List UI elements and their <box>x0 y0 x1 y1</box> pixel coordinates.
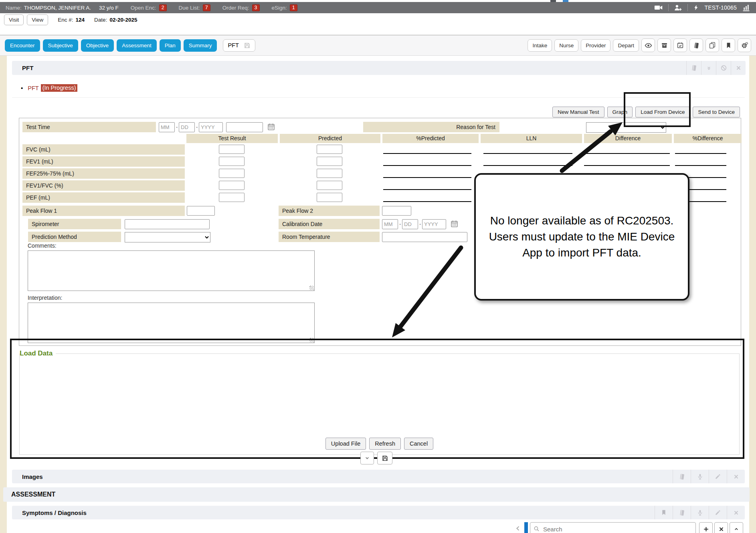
graph-button[interactable]: Graph <box>607 107 633 117</box>
blank-value-line <box>383 180 471 190</box>
calibration-day-input[interactable] <box>402 219 418 229</box>
fef-predicted-input[interactable] <box>317 169 342 178</box>
test-time-year-input[interactable] <box>199 122 223 132</box>
calibration-year-input[interactable] <box>422 219 446 229</box>
test-time-month-input[interactable] <box>159 122 175 132</box>
col-predicted: Predicted <box>280 134 380 143</box>
nav-assessment-button[interactable]: Assessment <box>117 39 157 52</box>
test-time-time-input[interactable] <box>226 122 263 132</box>
resize-grip[interactable] <box>309 286 314 290</box>
chart-book-icon[interactable] <box>673 506 691 519</box>
nav-summary-button[interactable]: Summary <box>184 39 217 52</box>
refresh-button[interactable]: Refresh <box>369 438 401 450</box>
microphone-icon[interactable] <box>691 506 709 519</box>
copy-pages-icon[interactable] <box>705 38 719 52</box>
settings-gears-icon[interactable] <box>738 38 751 52</box>
close-icon[interactable] <box>731 61 746 75</box>
calendar-icon[interactable] <box>450 220 459 228</box>
order-req-flag[interactable]: Order Req: 3 <box>222 4 260 11</box>
load-from-device-button[interactable]: Load From Device <box>635 107 690 117</box>
nav-objective-button[interactable]: Objective <box>81 39 114 52</box>
quick-action-lightning-icon[interactable] <box>693 4 699 11</box>
pef-test-result-input[interactable] <box>219 193 245 202</box>
nav-plan-button[interactable]: Plan <box>160 39 181 52</box>
chart-book-icon[interactable] <box>673 470 691 483</box>
room-temperature-input[interactable] <box>382 232 467 242</box>
reason-for-test-select[interactable] <box>586 122 666 133</box>
save-icon[interactable] <box>244 42 251 49</box>
pft-action-buttons: New Manual Test Graph Load From Device S… <box>552 107 740 117</box>
open-enc-flag[interactable]: Open Enc: 2 <box>131 4 167 11</box>
esign-count[interactable]: 1 <box>290 4 297 11</box>
depart-button[interactable]: Depart <box>613 39 639 52</box>
visit-button[interactable]: Visit <box>4 14 24 25</box>
calendar-check-icon[interactable] <box>673 38 687 52</box>
edit-pencil-icon[interactable] <box>709 506 727 519</box>
tab-pft-active[interactable]: PFT <box>223 39 255 52</box>
pft-document-link[interactable]: PFT <box>28 85 38 91</box>
blank-value-line <box>675 144 726 154</box>
nurse-button[interactable]: Nurse <box>554 39 578 52</box>
resize-grip[interactable] <box>309 338 314 342</box>
spirometer-input[interactable] <box>125 219 210 229</box>
system-id: TEST-10065 <box>704 4 737 11</box>
cancel-button[interactable]: Cancel <box>404 438 433 450</box>
fvc-predicted-input[interactable] <box>317 145 342 154</box>
due-list-count[interactable]: 7 <box>203 4 210 11</box>
esign-label: eSign: <box>272 5 287 11</box>
close-icon[interactable] <box>727 470 745 483</box>
close-icon[interactable] <box>727 506 745 519</box>
open-enc-count[interactable]: 2 <box>159 4 167 11</box>
chevron-left-icon[interactable] <box>514 525 522 532</box>
fev1-fvc-predicted-input[interactable] <box>317 181 342 190</box>
send-to-device-button[interactable]: Send to Device <box>693 107 740 117</box>
provider-button[interactable]: Provider <box>581 39 610 52</box>
fvc-test-result-input[interactable] <box>219 145 245 154</box>
view-button[interactable]: View <box>27 14 48 25</box>
intake-button[interactable]: Intake <box>528 39 552 52</box>
images-section-title: Images <box>22 473 43 480</box>
chart-book-icon[interactable] <box>686 61 701 75</box>
order-req-count[interactable]: 3 <box>252 4 260 11</box>
nav-encounter-button[interactable]: Encounter <box>5 39 40 52</box>
collapse-up-button[interactable] <box>730 522 743 533</box>
fev1-test-result-input[interactable] <box>219 157 245 166</box>
save-section-button[interactable] <box>377 452 392 464</box>
edit-pencil-icon[interactable] <box>709 470 727 483</box>
interpretation-textarea[interactable] <box>28 303 315 343</box>
room-temperature-label: Room Temperature <box>279 232 380 242</box>
collapse-section-button[interactable] <box>360 452 374 464</box>
test-time-day-input[interactable] <box>179 122 195 132</box>
bookmark-icon[interactable] <box>722 38 735 52</box>
due-list-flag[interactable]: Due List: 7 <box>179 4 210 11</box>
fev1-predicted-input[interactable] <box>317 157 342 166</box>
new-manual-test-button[interactable]: New Manual Test <box>552 107 604 117</box>
eye-icon[interactable] <box>641 38 655 52</box>
calibration-month-input[interactable] <box>382 219 398 229</box>
fef-test-result-input[interactable] <box>219 169 245 178</box>
peak-flow-1-input[interactable] <box>187 206 215 216</box>
fev1-fvc-test-result-input[interactable] <box>219 181 245 190</box>
search-input[interactable] <box>530 522 696 533</box>
add-button[interactable] <box>699 522 713 533</box>
comments-textarea[interactable] <box>28 250 315 291</box>
bookmark-icon[interactable] <box>655 506 673 519</box>
peak-flow-2-input[interactable] <box>382 206 411 216</box>
esign-flag[interactable]: eSign: 1 <box>272 4 297 11</box>
upload-file-button[interactable]: Upload File <box>325 438 366 450</box>
encounter-toolbar: Encounter Subjective Objective Assessmen… <box>0 35 756 56</box>
pef-predicted-input[interactable] <box>317 193 342 202</box>
col-lln: LLN <box>481 134 582 143</box>
add-user-icon[interactable] <box>674 4 682 12</box>
prediction-method-select[interactable] <box>125 232 210 242</box>
calendar-icon[interactable] <box>267 123 275 131</box>
chart-book-icon[interactable] <box>689 38 703 52</box>
no-entry-icon[interactable] <box>716 61 731 75</box>
archive-icon[interactable] <box>657 38 671 52</box>
clear-button[interactable] <box>714 522 728 533</box>
chart-stats-icon[interactable] <box>742 4 750 12</box>
collapse-chevrons-icon[interactable] <box>701 61 716 75</box>
nav-subjective-button[interactable]: Subjective <box>43 39 78 52</box>
microphone-icon[interactable] <box>691 470 709 483</box>
video-visit-icon[interactable] <box>654 3 663 12</box>
